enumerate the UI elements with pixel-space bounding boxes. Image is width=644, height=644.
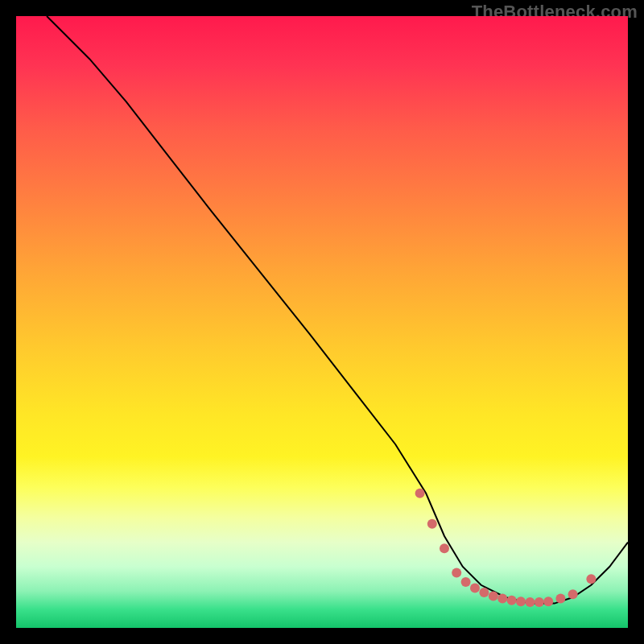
data-dot [543, 597, 553, 606]
chart-stage: TheBottleneck.com [0, 0, 644, 644]
data-dot [452, 568, 461, 578]
data-dot [427, 519, 437, 529]
data-dot [415, 489, 425, 498]
bottleneck-curve [47, 16, 628, 604]
data-dot [507, 596, 517, 605]
plot-area [16, 16, 628, 628]
chart-svg [16, 16, 628, 628]
data-dot [461, 577, 471, 587]
data-dot [555, 594, 565, 604]
data-dot [489, 592, 498, 601]
data-dot [479, 588, 489, 597]
data-dot [568, 589, 578, 599]
data-dot [470, 584, 480, 593]
data-dot [440, 543, 449, 553]
data-dots-group [415, 489, 597, 607]
data-dot [525, 597, 535, 607]
data-dot [516, 597, 526, 606]
data-dot [586, 574, 596, 584]
data-dot [497, 594, 507, 604]
data-dot [535, 597, 544, 607]
